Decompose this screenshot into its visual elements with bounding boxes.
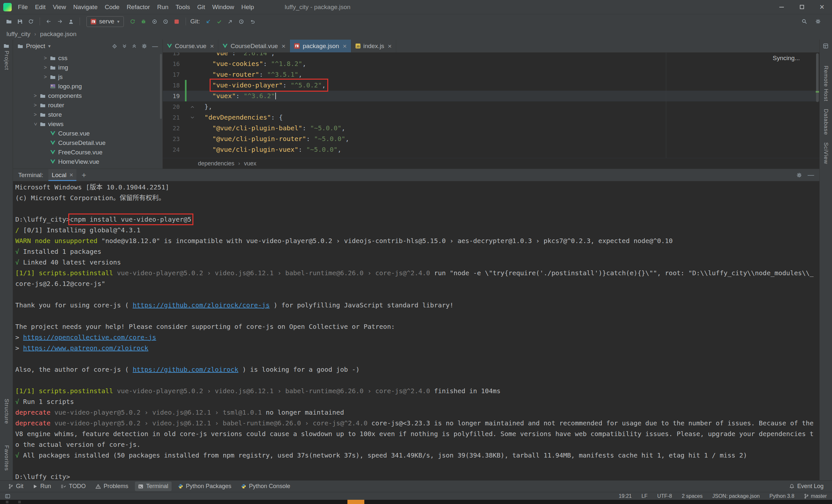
git-branch[interactable]: master xyxy=(804,493,827,499)
expand-chevron-icon[interactable]: > xyxy=(43,65,48,71)
taskbar-icon[interactable] xyxy=(6,501,8,503)
tree-item-freecourse-vue[interactable]: FreeCourse.vue xyxy=(13,148,162,157)
line-number[interactable]: 16 xyxy=(163,58,185,69)
breadcrumb-package.json[interactable]: package.json xyxy=(40,30,76,38)
settings-icon[interactable] xyxy=(812,16,824,27)
coverage-icon[interactable] xyxy=(149,16,160,27)
tool-stripe-project[interactable]: Project xyxy=(3,51,10,70)
python-console-toolwindow-button[interactable]: Python Console xyxy=(238,482,293,491)
stop-icon[interactable] xyxy=(171,16,182,27)
close-tab-icon[interactable]: × xyxy=(210,42,214,50)
terminal-output[interactable]: Microsoft Windows [版本 10.0.19044.2251](c… xyxy=(13,181,819,480)
collapse-chevron-icon[interactable]: > xyxy=(32,122,38,126)
expand-all-icon[interactable] xyxy=(122,44,127,48)
tool-stripe-structure[interactable]: Structure xyxy=(3,399,10,424)
menu-item-navigate[interactable]: Navigate xyxy=(70,0,101,14)
tree-item-img[interactable]: >img xyxy=(13,63,162,72)
project-dropdown-caret[interactable]: ▾ xyxy=(48,43,51,49)
menu-item-refactor[interactable]: Refactor xyxy=(123,0,154,14)
line-number[interactable]: 15 xyxy=(163,53,185,58)
menu-item-tools[interactable]: Tools xyxy=(172,0,193,14)
menu-item-code[interactable]: Code xyxy=(101,0,123,14)
terminal-link[interactable]: https://www.patreon.com/zloirock xyxy=(23,344,148,352)
tree-item-logo-png[interactable]: logo.png xyxy=(13,82,162,91)
rerun-icon[interactable] xyxy=(127,16,138,27)
tool-stripe-database[interactable]: Database xyxy=(823,109,829,135)
line-number[interactable]: 24 xyxy=(163,144,185,155)
file-type[interactable]: JSON: package.json xyxy=(712,493,760,499)
hide-panel-icon[interactable]: — xyxy=(152,43,158,50)
python-packages-toolwindow-button[interactable]: Python Packages xyxy=(175,482,235,491)
project-scrollbar[interactable] xyxy=(160,54,162,119)
menu-item-window[interactable]: Window xyxy=(209,0,238,14)
taskbar-active-app[interactable] xyxy=(347,500,364,504)
locate-file-icon[interactable] xyxy=(112,44,117,49)
editor-breadcrumb-vuex[interactable]: vuex xyxy=(244,160,256,167)
minimize-button[interactable] xyxy=(772,0,792,14)
python-interpreter[interactable]: Python 3.8 xyxy=(770,493,795,499)
terminal-tab-local[interactable]: Local × xyxy=(48,169,76,181)
tree-item-store[interactable]: >store xyxy=(13,110,162,119)
tool-stripe-sciview[interactable]: SciView xyxy=(823,142,829,164)
editor-tab-course-vue[interactable]: Course.vue× xyxy=(163,39,218,52)
line-separator[interactable]: LF xyxy=(642,493,648,499)
editor-tab-package-json[interactable]: package.json× xyxy=(290,39,351,52)
line-number[interactable]: 20 xyxy=(163,101,185,112)
git-update-icon[interactable] xyxy=(203,16,213,27)
tool-window-toggle-icon[interactable] xyxy=(5,494,10,499)
menu-item-file[interactable]: File xyxy=(14,0,31,14)
maximize-button[interactable] xyxy=(792,0,812,14)
line-number[interactable]: 22 xyxy=(163,123,185,134)
save-all-icon[interactable] xyxy=(14,16,25,27)
line-number[interactable]: 18 xyxy=(163,80,185,91)
editor-scrollbar[interactable] xyxy=(816,53,819,102)
editor-content[interactable]: 15 "vue": "2.6.14",16 "vue-cookies": "^1… xyxy=(163,53,819,158)
caret-position[interactable]: 19:21 xyxy=(619,493,632,499)
run-toolwindow-button[interactable]: Run xyxy=(30,482,54,491)
tree-item-css[interactable]: >css xyxy=(13,53,162,63)
open-icon[interactable] xyxy=(3,16,14,27)
indent-style[interactable]: 2 spaces xyxy=(682,493,703,499)
menu-item-run[interactable]: Run xyxy=(153,0,172,14)
close-tab-icon[interactable]: × xyxy=(282,42,285,50)
collapse-all-icon[interactable] xyxy=(132,44,136,48)
editor-tab-index-js[interactable]: JSindex.js× xyxy=(351,39,396,52)
git-toolwindow-button[interactable]: Git xyxy=(5,482,27,491)
expand-chevron-icon[interactable]: > xyxy=(43,55,48,61)
expand-chevron-icon[interactable]: > xyxy=(33,112,37,117)
fold-icon[interactable] xyxy=(188,112,197,123)
tree-item-router[interactable]: >router xyxy=(13,100,162,110)
tree-item-js[interactable]: >js xyxy=(13,72,162,82)
breadcrumb-luffy_city[interactable]: luffy_city xyxy=(6,30,30,38)
editor-breadcrumb-dependencies[interactable]: dependencies xyxy=(198,160,234,167)
tool-stripe-favorites[interactable]: Favorites xyxy=(3,445,10,471)
tree-item-views[interactable]: >views xyxy=(13,119,162,129)
close-tab-icon[interactable]: × xyxy=(342,42,346,50)
close-terminal-tab-icon[interactable]: × xyxy=(70,171,74,179)
menu-item-edit[interactable]: Edit xyxy=(31,0,49,14)
git-commit-icon[interactable] xyxy=(213,16,225,27)
taskbar-icon[interactable] xyxy=(18,501,21,503)
terminal-link[interactable]: https://opencollective.com/core-js xyxy=(23,334,156,341)
line-number[interactable]: 21 xyxy=(163,112,185,123)
tool-stripe-remote-host[interactable]: Remote Host xyxy=(823,65,829,101)
tree-item-coursedetail-vue[interactable]: CourseDetail.vue xyxy=(13,138,162,148)
synchronize-icon[interactable] xyxy=(25,16,36,27)
back-icon[interactable] xyxy=(43,16,54,27)
menu-item-view[interactable]: View xyxy=(49,0,70,14)
line-number[interactable]: 17 xyxy=(163,69,185,80)
tree-item-course-vue[interactable]: Course.vue xyxy=(13,129,162,138)
git-rollback-icon[interactable] xyxy=(247,16,258,27)
menu-item-git[interactable]: Git xyxy=(194,0,209,14)
terminal-settings-icon[interactable] xyxy=(797,173,802,178)
forward-icon[interactable] xyxy=(54,16,65,27)
terminal-link[interactable]: https://github.com/zloirock/core-js xyxy=(133,301,269,309)
tree-item-components[interactable]: >components xyxy=(13,91,162,100)
expand-chevron-icon[interactable]: > xyxy=(43,74,48,80)
code-with-me-icon[interactable] xyxy=(65,16,76,27)
expand-chevron-icon[interactable]: > xyxy=(33,93,37,99)
profiler-icon[interactable] xyxy=(160,16,171,27)
problems-toolwindow-button[interactable]: Problems xyxy=(92,482,132,491)
project-settings-icon[interactable] xyxy=(142,44,147,49)
run-config-combo[interactable]: serve▾ xyxy=(86,16,124,27)
